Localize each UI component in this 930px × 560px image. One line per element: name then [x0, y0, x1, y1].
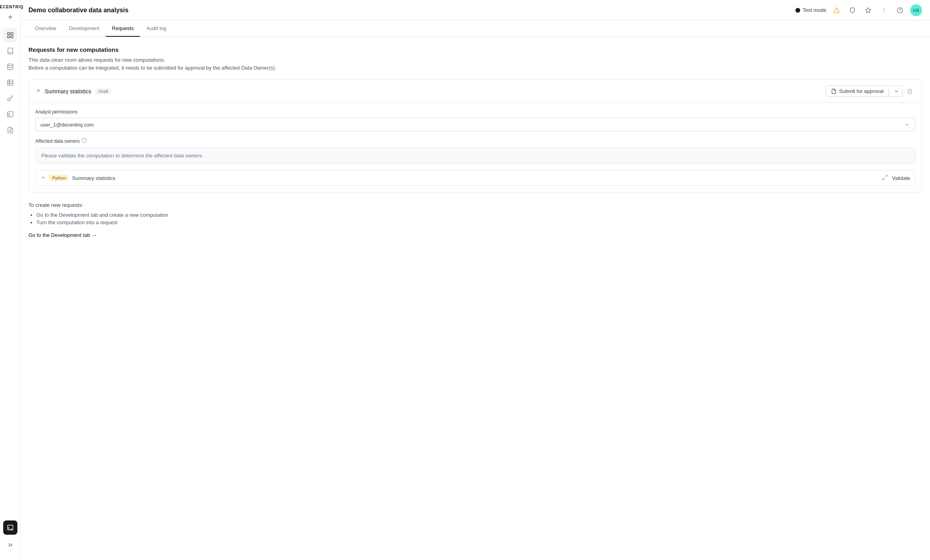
- analyst-email-select[interactable]: user_1@decentriq.com: [35, 118, 915, 131]
- svg-rect-2: [8, 32, 9, 34]
- python-badge: Python: [49, 175, 69, 181]
- test-mode-label: Test mode: [803, 7, 826, 13]
- sidebar-item-book[interactable]: [3, 44, 17, 58]
- test-mode-indicator: Test mode: [795, 7, 826, 13]
- svg-rect-5: [11, 36, 13, 38]
- warning-icon-btn[interactable]: [831, 5, 842, 16]
- shield-icon-btn[interactable]: [847, 5, 858, 16]
- request-card-body: Analyst permissions user_1@decentriq.com…: [29, 103, 922, 192]
- svg-line-29: [883, 178, 884, 180]
- computation-chevron-icon[interactable]: [40, 175, 46, 182]
- analyst-permissions-label: Analyst permissions: [35, 109, 915, 115]
- collapse-chevron-icon[interactable]: [35, 87, 42, 95]
- request-card-header-left: Summary statistics Draft: [35, 87, 111, 95]
- submit-dropdown-button[interactable]: [890, 86, 903, 97]
- help-icon-btn[interactable]: [894, 5, 905, 16]
- more-options-btn[interactable]: [879, 5, 890, 16]
- svg-rect-3: [11, 32, 13, 34]
- sidebar-item-table[interactable]: [3, 76, 17, 90]
- computation-name: Summary statistics: [72, 175, 115, 181]
- sidebar-item-docs[interactable]: [3, 123, 17, 137]
- test-mode-dot: [795, 8, 800, 13]
- new-requests-intro: To create new requests:: [28, 202, 922, 208]
- affected-owners-info-box: Please validate the computation to deter…: [35, 148, 915, 164]
- svg-point-11: [8, 98, 10, 101]
- computation-row: Python Summary statistics Validate: [35, 170, 915, 186]
- sidebar-item-grid[interactable]: [3, 28, 17, 42]
- star-icon-btn[interactable]: [863, 5, 874, 16]
- user-avatar[interactable]: US: [910, 4, 922, 16]
- svg-point-22: [884, 11, 884, 12]
- request-card-header: Summary statistics Draft Submit for appr…: [29, 80, 922, 103]
- sidebar-item-expand[interactable]: [3, 538, 17, 552]
- svg-point-21: [884, 10, 884, 11]
- affected-owners-label: Affected data owners: [35, 138, 915, 144]
- sidebar-item-database[interactable]: [3, 60, 17, 74]
- new-requests-list: Go to the Development tab and create a n…: [28, 212, 922, 225]
- request-card: Summary statistics Draft Submit for appr…: [28, 79, 922, 193]
- svg-marker-19: [865, 8, 871, 13]
- computation-left: Python Summary statistics: [40, 175, 115, 182]
- page-title: Demo collaborative data analysis: [28, 7, 129, 14]
- topbar-actions: Test mode: [795, 4, 922, 16]
- tab-requests[interactable]: Requests: [106, 21, 140, 37]
- draft-badge: Draft: [96, 88, 111, 95]
- affected-owners-info-icon[interactable]: [82, 138, 87, 144]
- left-sidebar: DECENTRIQ: [0, 0, 21, 560]
- go-to-development-tab-link[interactable]: Go to the Development tab →: [28, 232, 97, 238]
- new-requests-bullet-1: Go to the Development tab and create a n…: [36, 212, 922, 218]
- expand-icon[interactable]: [882, 174, 888, 182]
- sidebar-item-terminal[interactable]: [3, 520, 17, 535]
- submit-approval-button[interactable]: Submit for approval: [826, 85, 889, 97]
- validate-button[interactable]: Validate: [892, 175, 910, 181]
- new-requests-section: To create new requests: Go to the Develo…: [28, 202, 922, 238]
- tab-overview[interactable]: Overview: [28, 21, 63, 37]
- request-card-actions: Submit for approval: [826, 85, 915, 97]
- tab-development[interactable]: Development: [63, 21, 106, 37]
- sidebar-item-chart[interactable]: [3, 107, 17, 121]
- svg-rect-12: [8, 112, 13, 117]
- computation-actions: Validate: [882, 174, 910, 182]
- topbar: Demo collaborative data analysis Test mo…: [21, 0, 930, 21]
- section-description: This data clean room allows requests for…: [28, 56, 922, 72]
- svg-line-28: [886, 175, 887, 177]
- request-title: Summary statistics: [45, 88, 91, 95]
- section-title: Requests for new computations: [28, 46, 922, 53]
- tab-audit-log[interactable]: Audit log: [140, 21, 173, 37]
- main-content: Demo collaborative data analysis Test mo…: [21, 0, 930, 560]
- svg-rect-4: [8, 36, 9, 38]
- tab-bar: Overview Development Requests Audit log: [21, 21, 930, 37]
- new-requests-bullet-2: Turn the computation into a request: [36, 219, 922, 225]
- app-logo: DECENTRIQ: [0, 5, 23, 9]
- svg-point-20: [884, 8, 884, 9]
- svg-rect-7: [8, 80, 13, 85]
- svg-point-6: [8, 64, 13, 66]
- add-button[interactable]: [4, 11, 17, 23]
- content-area: Requests for new computations This data …: [21, 37, 930, 560]
- delete-request-button[interactable]: [904, 86, 915, 97]
- sidebar-item-key[interactable]: [3, 91, 17, 106]
